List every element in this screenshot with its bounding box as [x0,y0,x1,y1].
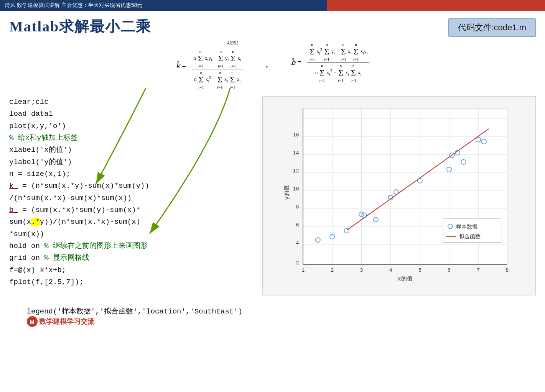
code-line-3: plot(x,y,'o') [9,120,255,132]
banner-text: 清风 数学建模算法讲解 主会优惠：半天对买现省优惠58元 [5,2,142,9]
svg-text:5: 5 [418,267,422,273]
svg-text:1: 1 [301,267,305,273]
k-formula: k̂ = A2352 n n Σ i=1 xiyi − [176,42,243,89]
svg-text:x的值: x的值 [398,276,413,282]
b-fraction: n Σ i=1 xi2 n Σ i=1 yi − [307,42,369,82]
watermark-icon: M [27,316,38,327]
bottom-line: legend('样本数据','拟合函数','location','SouthEa… [9,298,536,335]
k-fraction: A2352 n n Σ i=1 xiyi − n Σ [192,42,243,89]
svg-text:14: 14 [293,150,299,156]
code-line-15: f=@(x) k*x+b; [9,264,255,276]
svg-text:2: 2 [296,260,299,266]
svg-text:4: 4 [296,240,299,246]
code-line-8: k_ = (n*sum(x.*y)-sum(x)*sum(y)) [9,180,255,192]
svg-text:4: 4 [389,267,392,273]
svg-text:16: 16 [293,132,299,138]
svg-text:8: 8 [296,204,299,210]
code-line-9: /(n*sum(x.*x)-sum(x)*sum(x)) [9,192,255,204]
scatter-plot: 1 2 3 4 5 6 7 8 x的值 2 4 6 8 10 12 14 16 … [267,100,532,284]
b-numerator: n Σ i=1 xi2 n Σ i=1 yi − [307,42,369,62]
code-block: clear;clc load data1 plot(x,y,'o') % 给x和… [9,96,255,289]
svg-text:7: 7 [477,267,480,273]
code-line-6: ylabel('y的值') [9,156,255,168]
svg-text:10: 10 [293,186,299,192]
svg-text:12: 12 [293,168,299,174]
code-line-14: grid on % 显示网格线 [9,252,255,264]
svg-text:样本数据: 样本数据 [456,224,477,230]
svg-text:y的值: y的值 [284,185,290,200]
watermark-text: 数学建模学习交流 [39,317,94,326]
top-banner: 清风 数学建模算法讲解 主会优惠：半天对买现省优惠58元 [0,0,545,11]
svg-text:8: 8 [505,267,509,273]
b-formula: b̂ = n Σ i=1 xi2 n [291,42,369,89]
code-file-badge: 代码文件:code1.m [448,18,536,37]
svg-text:拟合函数: 拟合函数 [459,234,481,240]
graph-section: 1 2 3 4 5 6 7 8 x的值 2 4 6 8 10 12 14 16 … [262,96,536,295]
code-section: clear;clc load data1 plot(x,y,'o') % 给x和… [9,96,255,295]
code-line-10: b_ = (sum(x.*x)*sum(y)-sum(x)* [9,204,255,216]
title-row: Matlab求解最小二乘 代码文件:code1.m [9,17,536,37]
code-line-12: *sum(x)) [9,228,255,240]
svg-text:6: 6 [448,267,451,273]
b-hat-label: b̂ = [291,58,304,67]
svg-text:2: 2 [331,267,334,273]
code-line-13: hold on % 继续在之前的图形上来画图形 [9,240,255,252]
b-denominator: n n Σ i=1 xi2 − n Σ i=1 [314,62,363,82]
k-hat-label: k̂ = [176,62,188,70]
svg-text:3: 3 [360,267,363,273]
code-line-11: sum(x.*y))/(n*sum(x.*x)-sum(x) [9,216,255,228]
formula-section: k̂ = A2352 n n Σ i=1 xiyi − [9,42,536,89]
code-line-5: xlabel('x的值') [9,144,255,156]
main-title: Matlab求解最小二乘 [9,17,151,36]
k-numerator: A2352 n n Σ i=1 xiyi − n Σ [192,42,243,69]
body-section: clear;clc load data1 plot(x,y,'o') % 给x和… [9,96,536,295]
code-line-4: % 给x和y轴加上标签 [9,132,255,144]
code-line-7: n = size(x,1); [9,168,255,180]
k-denominator: n n Σ i=1 xi2 − n Σ i=1 [193,69,242,89]
code-line-2: load data1 [9,108,255,120]
svg-text:6: 6 [296,222,299,228]
code-line-1: clear;clc [9,96,255,108]
code-line-16: fplot(f,[2.5,7]); [9,276,255,288]
